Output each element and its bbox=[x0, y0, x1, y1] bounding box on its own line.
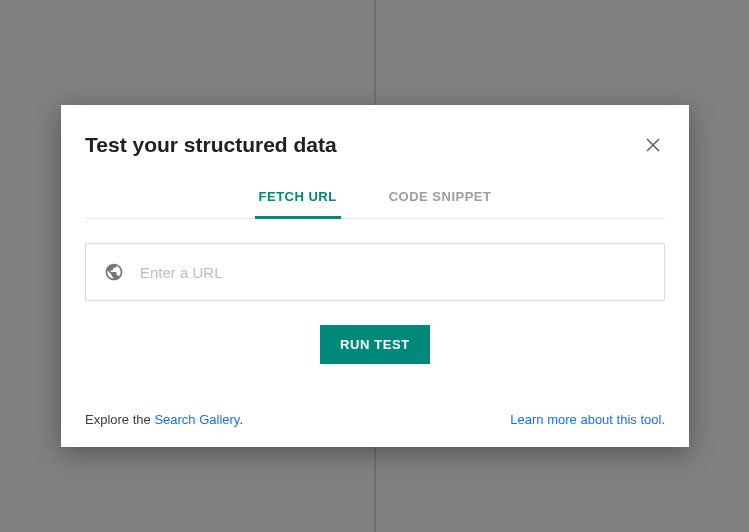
run-row: RUN TEST bbox=[85, 325, 665, 364]
learn-more-link[interactable]: Learn more about this tool. bbox=[510, 412, 665, 427]
close-icon bbox=[646, 138, 660, 152]
close-button[interactable] bbox=[641, 133, 665, 157]
modal-title: Test your structured data bbox=[85, 133, 337, 157]
explore-suffix: . bbox=[239, 412, 243, 427]
structured-data-modal: Test your structured data FETCH URL CODE… bbox=[61, 105, 689, 447]
run-test-button[interactable]: RUN TEST bbox=[320, 325, 430, 364]
tab-code-snippet[interactable]: CODE SNIPPET bbox=[385, 179, 496, 219]
globe-icon bbox=[104, 262, 124, 282]
url-input-container bbox=[85, 243, 665, 301]
modal-footer: Explore the Search Gallery. Learn more a… bbox=[85, 412, 665, 427]
modal-header: Test your structured data bbox=[85, 133, 665, 157]
tabs: FETCH URL CODE SNIPPET bbox=[85, 179, 665, 219]
tab-fetch-url[interactable]: FETCH URL bbox=[255, 179, 341, 219]
url-input[interactable] bbox=[140, 264, 646, 281]
explore-prefix: Explore the bbox=[85, 412, 154, 427]
search-gallery-link[interactable]: Search Gallery bbox=[154, 412, 239, 427]
explore-text: Explore the Search Gallery. bbox=[85, 412, 243, 427]
